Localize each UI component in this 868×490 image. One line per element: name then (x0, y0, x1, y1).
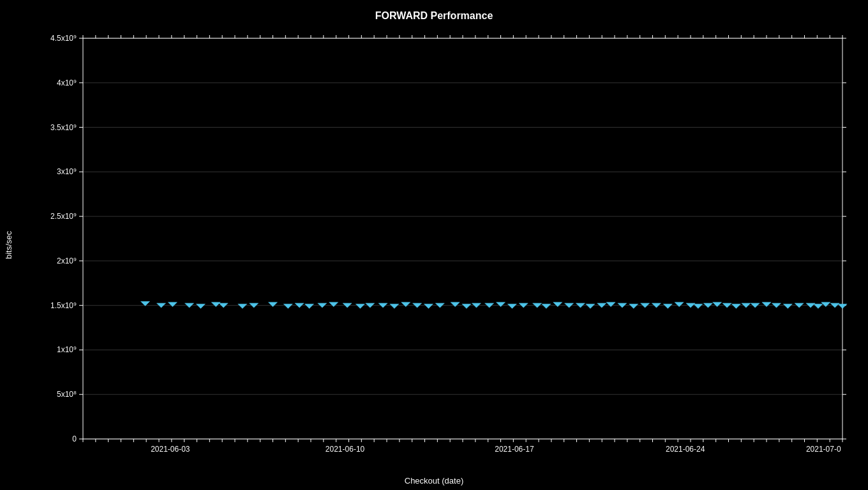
svg-text:2021-06-24: 2021-06-24 (666, 445, 705, 454)
svg-marker-211 (629, 304, 638, 309)
svg-marker-217 (694, 304, 703, 309)
svg-marker-221 (731, 304, 740, 309)
svg-marker-175 (196, 304, 205, 309)
svg-marker-199 (497, 302, 505, 307)
svg-text:4x10⁹: 4x10⁹ (57, 78, 77, 87)
svg-text:3.5x10⁹: 3.5x10⁹ (50, 123, 77, 132)
svg-marker-191 (401, 302, 410, 307)
svg-marker-178 (238, 304, 247, 309)
chart-svg: FORWARD Performancebits/secCheckout (dat… (0, 0, 868, 490)
svg-text:Checkout (date): Checkout (date) (405, 476, 464, 486)
svg-marker-185 (329, 302, 338, 307)
svg-text:2021-06-03: 2021-06-03 (151, 445, 190, 454)
svg-marker-207 (586, 304, 595, 309)
svg-marker-180 (269, 302, 278, 307)
svg-marker-183 (305, 304, 314, 309)
svg-marker-232 (838, 304, 847, 309)
svg-marker-214 (663, 304, 672, 309)
svg-marker-196 (462, 304, 471, 309)
svg-text:5x10⁸: 5x10⁸ (57, 390, 77, 399)
svg-marker-176 (211, 302, 220, 307)
svg-marker-230 (821, 302, 830, 307)
svg-text:FORWARD Performance: FORWARD Performance (375, 10, 493, 21)
svg-text:2021-06-17: 2021-06-17 (495, 445, 534, 454)
chart-container: FORWARD Performancebits/secCheckout (dat… (0, 0, 868, 490)
svg-marker-229 (814, 304, 823, 309)
svg-marker-215 (675, 302, 684, 307)
svg-text:2021-06-10: 2021-06-10 (326, 445, 365, 454)
svg-marker-195 (451, 302, 460, 307)
svg-marker-219 (713, 302, 722, 307)
svg-text:2x10⁹: 2x10⁹ (57, 256, 77, 265)
svg-marker-193 (424, 304, 433, 309)
svg-text:1.5x10⁹: 1.5x10⁹ (50, 301, 77, 310)
svg-text:bits/sec: bits/sec (4, 230, 13, 259)
svg-marker-173 (168, 302, 177, 307)
svg-marker-204 (553, 302, 562, 307)
svg-text:2.5x10⁹: 2.5x10⁹ (50, 212, 77, 221)
svg-marker-224 (762, 302, 771, 307)
svg-text:1x10⁹: 1x10⁹ (57, 345, 77, 354)
svg-text:0: 0 (72, 434, 77, 443)
svg-rect-170 (83, 38, 842, 439)
svg-marker-190 (390, 304, 399, 309)
svg-marker-209 (606, 302, 615, 307)
svg-text:4.5x10⁹: 4.5x10⁹ (50, 34, 77, 43)
svg-text:2021-07-0: 2021-07-0 (806, 445, 841, 454)
svg-marker-226 (783, 304, 792, 309)
svg-marker-181 (283, 304, 292, 309)
svg-text:3x10⁹: 3x10⁹ (57, 167, 77, 176)
svg-marker-203 (542, 304, 551, 309)
svg-marker-200 (507, 304, 516, 309)
svg-marker-187 (355, 304, 364, 309)
